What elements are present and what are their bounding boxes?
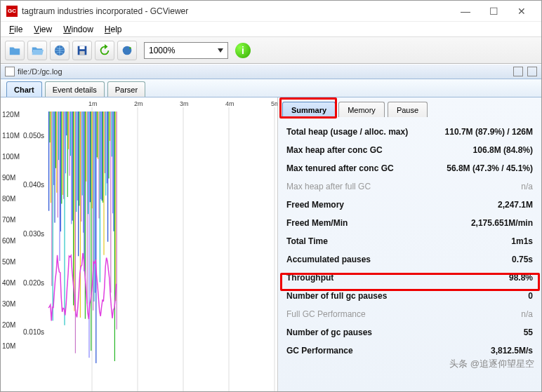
stat-label: Freed Memory xyxy=(286,200,344,210)
svg-rect-74 xyxy=(90,111,91,202)
svg-rect-2 xyxy=(79,46,84,49)
file-path: file:/D:/gc.log xyxy=(18,67,62,76)
stat-label: Number of full gc pauses xyxy=(286,291,387,301)
svg-rect-86 xyxy=(102,111,103,201)
svg-rect-89 xyxy=(105,111,105,173)
stat-value: 106.8M (84.8%) xyxy=(473,145,533,155)
minimize-button[interactable]: — xyxy=(451,1,480,21)
menubar: File View Window Help xyxy=(1,22,541,37)
stat-value: 110.7M (87.9%) / 126M xyxy=(445,127,533,137)
close-button[interactable]: ✕ xyxy=(508,1,536,21)
app-icon: GC xyxy=(6,6,18,17)
file-path-header: file:/D:/gc.log xyxy=(1,64,541,79)
stat-row: Number of gc pauses55 xyxy=(286,323,533,342)
stat-row: Freed Mem/Min2,175.651M/min xyxy=(286,214,533,232)
svg-text:30M: 30M xyxy=(2,300,15,308)
svg-text:5m: 5m xyxy=(271,100,278,107)
menu-help[interactable]: Help xyxy=(100,23,126,36)
stat-label: Max tenured after conc GC xyxy=(286,163,394,173)
open-folder-button[interactable] xyxy=(27,41,47,60)
svg-rect-35 xyxy=(51,111,52,286)
svg-rect-79 xyxy=(95,111,95,293)
menu-window[interactable]: Window xyxy=(59,23,98,36)
svg-rect-101 xyxy=(117,111,117,330)
tab-chart[interactable]: Chart xyxy=(6,81,42,97)
svg-rect-96 xyxy=(112,111,112,156)
svg-rect-93 xyxy=(108,111,109,179)
stat-label: Freed Mem/Min xyxy=(286,218,348,228)
subtab-memory[interactable]: Memory xyxy=(338,102,385,117)
stat-label: Number of gc pauses xyxy=(286,327,372,337)
restore-pane-icon[interactable] xyxy=(527,67,537,76)
svg-rect-94 xyxy=(110,111,110,141)
svg-rect-51 xyxy=(67,111,68,197)
svg-text:0.050s: 0.050s xyxy=(23,132,44,140)
world-refresh-button[interactable] xyxy=(117,41,137,60)
stat-label: Total heap (usage / alloc. max) xyxy=(286,127,408,137)
svg-rect-59 xyxy=(75,111,76,353)
svg-rect-87 xyxy=(103,111,103,203)
menu-file[interactable]: File xyxy=(5,23,27,36)
open-file-button[interactable] xyxy=(5,41,25,60)
svg-rect-71 xyxy=(87,111,88,304)
svg-rect-3 xyxy=(79,50,84,54)
stat-value: 56.8M (47.3% / 45.1%) xyxy=(447,163,533,173)
stat-label: Max heap after conc GC xyxy=(286,145,383,155)
subtab-pause[interactable]: Pause xyxy=(388,102,428,117)
svg-rect-81 xyxy=(97,111,98,157)
svg-rect-37 xyxy=(53,111,54,185)
svg-rect-70 xyxy=(86,111,86,182)
chevron-down-icon xyxy=(218,48,223,53)
globe-button[interactable] xyxy=(50,41,70,60)
stat-value: 2,247.1M xyxy=(498,200,533,210)
svg-rect-56 xyxy=(72,111,73,221)
save-button[interactable] xyxy=(72,41,92,60)
stat-value: 98.8% xyxy=(509,273,533,283)
zoom-select[interactable]: 1000% xyxy=(144,42,228,59)
maximize-pane-icon[interactable] xyxy=(513,67,523,76)
svg-rect-33 xyxy=(49,111,50,142)
chart-canvas: 1m2m3m4m5m 120M110M100M90M80M70M60M50M40… xyxy=(1,97,278,391)
stat-value: 55 xyxy=(524,327,533,337)
svg-rect-82 xyxy=(98,111,98,159)
svg-text:0.020s: 0.020s xyxy=(23,279,44,287)
stat-row: Accumulated pauses0.75s xyxy=(286,250,533,269)
svg-text:70M: 70M xyxy=(2,216,15,224)
maximize-button[interactable]: ☐ xyxy=(480,1,508,21)
svg-rect-45 xyxy=(61,111,62,204)
info-button[interactable]: i xyxy=(235,43,251,58)
stat-row: Total heap (usage / alloc. max)110.7M (8… xyxy=(286,123,533,141)
svg-rect-75 xyxy=(91,111,91,351)
svg-rect-62 xyxy=(78,111,79,256)
svg-rect-53 xyxy=(69,111,70,176)
window-controls: — ☐ ✕ xyxy=(451,1,536,21)
svg-text:60M: 60M xyxy=(2,237,15,245)
stat-value: 0 xyxy=(528,291,533,301)
refresh-button[interactable] xyxy=(95,41,114,60)
titlebar: GC tagtraum industries incorporated - GC… xyxy=(1,1,541,22)
svg-rect-38 xyxy=(54,111,55,223)
svg-text:80M: 80M xyxy=(2,195,15,203)
svg-rect-58 xyxy=(74,111,74,311)
svg-rect-85 xyxy=(100,111,101,199)
svg-rect-55 xyxy=(71,111,72,224)
svg-rect-68 xyxy=(84,111,84,271)
svg-rect-90 xyxy=(105,111,106,196)
tab-event-details[interactable]: Event details xyxy=(45,81,105,97)
svg-rect-54 xyxy=(70,111,71,156)
stat-value: n/a xyxy=(521,182,533,191)
stat-row: Max heap after full GCn/a xyxy=(286,177,533,196)
tab-parser[interactable]: Parser xyxy=(107,81,145,97)
svg-text:100M: 100M xyxy=(2,153,20,161)
stat-label: Accumulated pauses xyxy=(286,255,371,264)
menu-view[interactable]: View xyxy=(29,23,56,36)
main-area: 1m2m3m4m5m 120M110M100M90M80M70M60M50M40… xyxy=(1,97,541,391)
subtab-summary[interactable]: Summary xyxy=(282,102,336,117)
svg-rect-98 xyxy=(113,111,114,231)
outer-tabs: Chart Event details Parser xyxy=(1,79,541,97)
svg-text:90M: 90M xyxy=(2,174,15,182)
svg-rect-83 xyxy=(98,111,99,218)
svg-rect-52 xyxy=(68,111,69,149)
svg-rect-95 xyxy=(110,111,111,292)
svg-rect-40 xyxy=(56,111,57,193)
